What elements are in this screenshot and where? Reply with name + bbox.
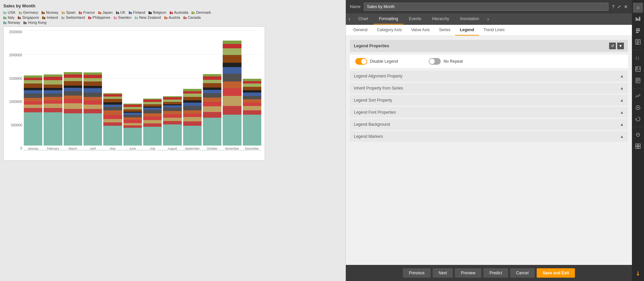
no-repeat-label: No Repeat: [443, 59, 463, 64]
help-icon[interactable]: ?: [612, 4, 614, 9]
sub-tab-trend-lines[interactable]: Trend Lines: [479, 25, 509, 36]
tab-events[interactable]: Events: [404, 14, 427, 24]
sidebar-icon-0[interactable]: ≡: [633, 3, 643, 13]
svg-rect-36: [164, 16, 166, 19]
sidebar-icon-9[interactable]: [633, 114, 643, 124]
stacked-bar: [143, 99, 162, 146]
stacked-bar: [163, 96, 181, 146]
no-repeat-toggle[interactable]: [429, 58, 441, 65]
tab-annotation[interactable]: Annotation: [454, 14, 484, 24]
bar-group-january[interactable]: January: [24, 75, 42, 150]
tab-prev-btn[interactable]: ‹: [346, 13, 353, 25]
bar-group-may[interactable]: May: [103, 93, 122, 150]
sidebar-icon-10[interactable]: [633, 130, 643, 140]
name-input[interactable]: [364, 3, 608, 11]
bar-group-november[interactable]: November: [223, 41, 241, 150]
previous-button[interactable]: Previous: [403, 268, 431, 278]
svg-rect-15: [130, 12, 132, 14]
sidebar-icon-7[interactable]: [633, 91, 643, 101]
preview-button[interactable]: Preview: [455, 268, 481, 278]
sidebar-icon-2[interactable]: [633, 25, 643, 36]
bar-segment: [44, 85, 62, 88]
bar-segment: [203, 88, 221, 90]
sidebar-icon-8[interactable]: [633, 103, 643, 113]
sidebar-icon-11[interactable]: [633, 141, 643, 151]
sidebar-icon-3[interactable]: [633, 37, 643, 47]
svg-rect-37: [166, 17, 167, 19]
disable-legend-toggle[interactable]: [355, 58, 367, 65]
chart-bars: JanuaryFebruaryMarchAprilMayJuneJulyAugu…: [24, 30, 261, 150]
tab-formatting[interactable]: Formatting: [374, 14, 404, 24]
bar-segment: [203, 83, 221, 88]
sub-tab-category-axis[interactable]: Category Axis: [372, 25, 407, 36]
bar-label: July: [150, 147, 155, 150]
bar-label: August: [168, 147, 177, 150]
bar-segment: [84, 100, 102, 105]
bar-group-july[interactable]: July: [143, 99, 162, 150]
bar-segment: [143, 113, 162, 117]
sidebar-icon-4[interactable]: { }: [633, 53, 643, 63]
svg-rect-6: [62, 11, 63, 14]
predict-button[interactable]: Predict: [483, 268, 508, 278]
collapsible-section-1[interactable]: Inherit Property from Series▲: [350, 83, 628, 94]
sub-tab-value-axis[interactable]: Value Axis: [407, 25, 434, 36]
bar-segment: [44, 88, 62, 90]
bar-segment: [84, 86, 102, 88]
tab-chart[interactable]: Chart: [353, 14, 373, 24]
bar-group-december[interactable]: December: [243, 79, 261, 150]
svg-rect-49: [636, 32, 639, 33]
bar-segment: [84, 113, 102, 146]
bar-group-october[interactable]: October: [203, 74, 221, 150]
legend-item-australia: Australia: [170, 10, 189, 14]
svg-rect-42: [23, 21, 25, 24]
bar-label: April: [90, 147, 96, 150]
bar-segment: [103, 105, 122, 107]
collapsible-label: Legend Alignment Property: [354, 74, 402, 78]
svg-rect-8: [79, 11, 80, 14]
collapsible-section-4[interactable]: Legend Background▲: [350, 119, 628, 130]
bar-label: June: [129, 147, 136, 150]
section-header-icons: ↺ ▼: [609, 43, 624, 49]
save-exit-button[interactable]: Save and Exit: [537, 268, 575, 278]
sidebar-icon-bottom[interactable]: [633, 268, 643, 278]
refresh-icon-btn[interactable]: ↺: [609, 43, 616, 49]
sidebar-icon-1[interactable]: [633, 14, 643, 24]
bar-segment: [203, 118, 221, 146]
close-icon[interactable]: ✕: [624, 4, 628, 9]
collapsible-section-5[interactable]: Legend Markers▲: [350, 131, 628, 142]
bar-group-june[interactable]: June: [123, 104, 142, 150]
bar-group-march[interactable]: March: [64, 72, 82, 150]
stacked-bar: [203, 74, 221, 146]
sub-tab-general[interactable]: General: [348, 25, 372, 36]
bar-group-april[interactable]: April: [84, 72, 102, 150]
bar-segment: [243, 81, 261, 83]
tab-next-btn[interactable]: ›: [484, 13, 491, 25]
svg-rect-41: [5, 22, 6, 24]
sidebar-icon-6[interactable]: [633, 75, 643, 86]
bar-group-september[interactable]: September: [183, 89, 202, 150]
collapse-icon-btn[interactable]: ▼: [617, 43, 624, 49]
sidebar-icon-5[interactable]: [633, 64, 643, 74]
bar-segment: [243, 83, 261, 87]
svg-rect-31: [90, 17, 91, 19]
collapsible-section-3[interactable]: Legend Font Properties▲: [350, 107, 628, 118]
bar-group-february[interactable]: February: [44, 74, 62, 150]
bar-segment: [123, 117, 142, 120]
bar-segment: [103, 110, 122, 115]
sub-tab-legend[interactable]: Legend: [455, 25, 479, 36]
bar-segment: [64, 72, 82, 74]
cancel-button[interactable]: Cancel: [510, 268, 535, 278]
bar-segment: [64, 91, 82, 96]
stacked-bar: [223, 41, 241, 146]
bar-group-august[interactable]: August: [163, 96, 181, 150]
sub-tab-series[interactable]: Series: [434, 25, 455, 36]
next-button[interactable]: Next: [433, 268, 453, 278]
collapsible-section-0[interactable]: Legend Alignment Property▲: [350, 71, 628, 81]
sidebar: ≡ { }: [632, 0, 644, 281]
bar-segment: [203, 80, 221, 83]
legend-properties-header[interactable]: Legend Properties ↺ ▼: [350, 40, 628, 52]
move-icon[interactable]: ⤢: [617, 4, 621, 9]
tab-hierarchy[interactable]: Hierarchy: [427, 14, 454, 24]
collapsible-section-2[interactable]: Legend Sort Property▲: [350, 95, 628, 106]
panel-footer: Previous Next Preview Predict Cancel Sav…: [346, 265, 632, 281]
